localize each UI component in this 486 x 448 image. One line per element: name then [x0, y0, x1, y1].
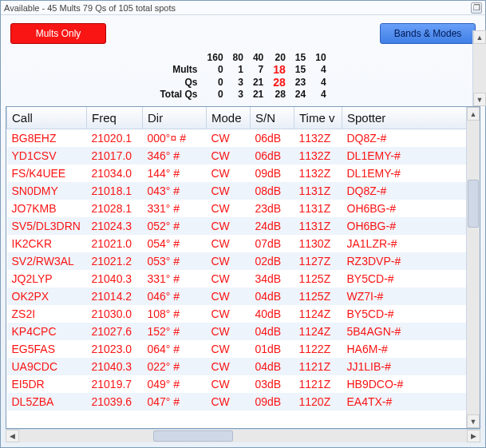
- table-horizontal-scrollbar[interactable]: ◀ ▶: [6, 429, 480, 442]
- table-row[interactable]: BG8EHZ21020.1000°¤ #CW06dB1132ZDQ8Z-#: [7, 129, 480, 148]
- summary-row: Qs032128234: [155, 76, 330, 89]
- summary-cell: 21: [248, 89, 268, 100]
- restore-icon[interactable]: ❐: [471, 2, 482, 14]
- cell-sn: 04dB: [251, 323, 294, 340]
- summary-cell: 0: [203, 63, 228, 76]
- cell-dir: 000°¤ #: [143, 129, 207, 148]
- cell-dir: 064° #: [143, 340, 207, 358]
- col-freq[interactable]: Freq: [87, 107, 143, 129]
- cell-spotter: BY5CD-#: [342, 270, 480, 287]
- summary-cell: 23: [290, 76, 310, 89]
- cell-call: SV2/RW3AL: [7, 252, 87, 270]
- cell-dir: 152° #: [143, 323, 207, 340]
- window-title: Available - 45 Mults 79 Qs of 105 total …: [4, 3, 176, 13]
- cell-sn: 03dB: [251, 375, 294, 393]
- col-dir[interactable]: Dir: [143, 107, 207, 129]
- cell-time: 1121Z: [294, 358, 342, 375]
- cell-dir: 331° #: [143, 270, 207, 287]
- cell-call: SN0DMY: [7, 182, 87, 200]
- table-vertical-scrollbar[interactable]: ▲ ▼: [466, 107, 480, 428]
- cell-time: 1132Z: [294, 165, 342, 182]
- cell-freq: 21019.7: [87, 375, 143, 393]
- cell-freq: 21021.2: [87, 252, 143, 270]
- cell-dir: 108° #: [143, 305, 207, 323]
- col-call[interactable]: Call: [7, 107, 87, 129]
- cell-mode: CW: [207, 165, 251, 182]
- cell-freq: 21017.0: [87, 147, 143, 165]
- cell-freq: 21023.0: [87, 340, 143, 358]
- cell-sn: 40dB: [251, 305, 294, 323]
- table-row[interactable]: SV5/DL3DRN21024.3052° #CW24dB1131ZOH6BG-…: [7, 217, 480, 235]
- bands-modes-button[interactable]: Bands & Modes: [380, 23, 476, 44]
- cell-time: 1125Z: [294, 270, 342, 287]
- table-header-row: Call Freq Dir Mode S/N Time v Spotter: [7, 107, 480, 129]
- summary-cell: 3: [228, 76, 248, 89]
- table-row[interactable]: FS/K4UEE21034.0144° #CW09dB1132ZDL1EMY-#: [7, 165, 480, 182]
- cell-call: IK2CKR: [7, 235, 87, 252]
- scroll-right-icon[interactable]: ▶: [467, 430, 480, 442]
- col-sn[interactable]: S/N: [251, 107, 294, 129]
- mults-only-button[interactable]: Mults Only: [10, 23, 106, 44]
- cell-sn: 23dB: [251, 200, 294, 217]
- cell-time: 1132Z: [294, 147, 342, 165]
- hscroll-track[interactable]: [19, 430, 467, 442]
- table-row[interactable]: SN0DMY21018.1043° #CW08dB1131ZDQ8Z-#: [7, 182, 480, 200]
- cell-call: KP4CPC: [7, 323, 87, 340]
- table-row[interactable]: IK2CKR21021.0054° #CW07dB1130ZJA1LZR-#: [7, 235, 480, 252]
- cell-time: 1127Z: [294, 252, 342, 270]
- cell-call: OK2PX: [7, 287, 87, 305]
- summary-row-label: Total Qs: [155, 89, 202, 100]
- table-row[interactable]: JO7KMB21028.1331° #CW23dB1131ZOH6BG-#: [7, 200, 480, 217]
- cell-freq: 21018.1: [87, 182, 143, 200]
- cell-spotter: RZ3DVP-#: [342, 252, 480, 270]
- table-row[interactable]: YD1CSV21017.0346° #CW06dB1132ZDL1EMY-#: [7, 147, 480, 165]
- col-mode[interactable]: Mode: [207, 107, 251, 129]
- col-time[interactable]: Time v: [294, 107, 342, 129]
- cell-mode: CW: [207, 340, 251, 358]
- summary-vertical-scrollbar[interactable]: ▲ ▼: [472, 30, 486, 106]
- cell-mode: CW: [207, 270, 251, 287]
- cell-mode: CW: [207, 129, 251, 148]
- scroll-track[interactable]: [473, 44, 486, 93]
- table-row[interactable]: EG5FAS21023.0064° #CW01dB1122ZHA6M-#: [7, 340, 480, 358]
- cell-freq: 21040.3: [87, 358, 143, 375]
- cell-call: EI5DR: [7, 375, 87, 393]
- titlebar: Available - 45 Mults 79 Qs of 105 total …: [1, 1, 485, 15]
- table-row[interactable]: EI5DR21019.7049° #CW03dB1121ZHB9DCO-#: [7, 375, 480, 393]
- cell-dir: 053° #: [143, 252, 207, 270]
- cell-spotter: BY5CD-#: [342, 305, 480, 323]
- table-row[interactable]: ZS2I21030.0108° #CW40dB1124ZBY5CD-#: [7, 305, 480, 323]
- scroll-left-icon[interactable]: ◀: [6, 430, 19, 442]
- scroll-down-icon[interactable]: ▼: [473, 93, 486, 106]
- summary-cell: 0: [203, 76, 228, 89]
- table-row[interactable]: SV2/RW3AL21021.2053° #CW02dB1127ZRZ3DVP-…: [7, 252, 480, 270]
- cell-dir: 331° #: [143, 200, 207, 217]
- scroll-down-icon[interactable]: ▼: [467, 414, 480, 428]
- hscroll-thumb[interactable]: [153, 430, 233, 442]
- cell-spotter: DQ8Z-#: [342, 182, 480, 200]
- table-row[interactable]: DL5ZBA21039.6047° #CW09dB1120ZEA4TX-#: [7, 393, 480, 410]
- cell-sn: 08dB: [251, 182, 294, 200]
- scroll-up-icon[interactable]: ▲: [467, 107, 480, 121]
- cell-dir: 346° #: [143, 147, 207, 165]
- cell-mode: CW: [207, 200, 251, 217]
- table-row[interactable]: JQ2LYP21040.3331° #CW34dB1125ZBY5CD-#: [7, 270, 480, 287]
- scroll-thumb[interactable]: [468, 180, 479, 228]
- available-spots-window: Available - 45 Mults 79 Qs of 105 total …: [0, 0, 486, 448]
- col-spotter[interactable]: Spotter: [342, 107, 480, 129]
- mults-only-label: Mults Only: [36, 28, 81, 39]
- cell-time: 1131Z: [294, 182, 342, 200]
- scroll-track[interactable]: [467, 121, 480, 414]
- table-row[interactable]: KP4CPC21027.6152° #CW04dB1124Z5B4AGN-#: [7, 323, 480, 340]
- cell-spotter: WZ7I-#: [342, 287, 480, 305]
- cell-sn: 06dB: [251, 147, 294, 165]
- summary-cell: 4: [310, 89, 330, 100]
- cell-time: 1132Z: [294, 129, 342, 148]
- table-row[interactable]: OK2PX21014.2046° #CW04dB1125ZWZ7I-#: [7, 287, 480, 305]
- scroll-up-icon[interactable]: ▲: [473, 30, 486, 44]
- cell-dir: 047° #: [143, 393, 207, 410]
- cell-freq: 21027.6: [87, 323, 143, 340]
- cell-time: 1120Z: [294, 393, 342, 410]
- cell-spotter: EA4TX-#: [342, 393, 480, 410]
- table-row[interactable]: UA9CDC21040.3022° #CW04dB1121ZJJ1LIB-#: [7, 358, 480, 375]
